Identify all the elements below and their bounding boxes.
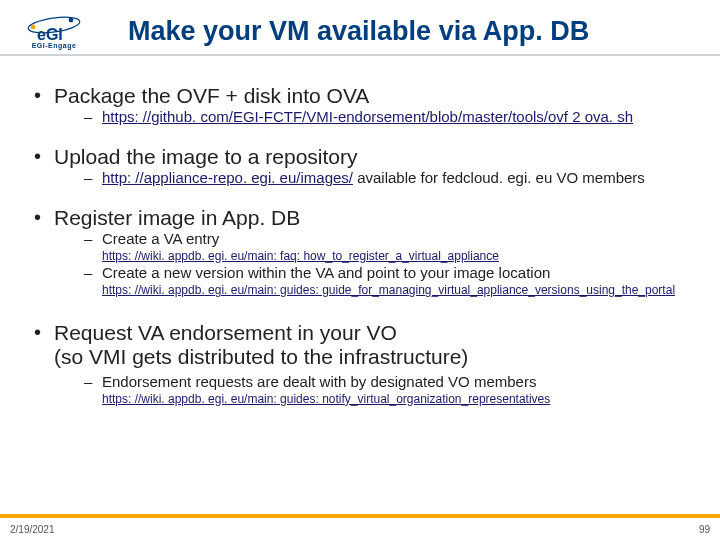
wiki-versions-link[interactable]: https: //wiki. appdb. egi. eu/main: guid… — [102, 283, 675, 297]
slide-header: eGI EGI-Engage Make your VM available vi… — [0, 0, 720, 56]
svg-point-2 — [69, 17, 74, 22]
wiki-register-link[interactable]: https: //wiki. appdb. egi. eu/main: faq:… — [102, 249, 499, 263]
bullet-register: Register image in App. DB Create a VA en… — [28, 206, 692, 299]
sub-text: available for fedcloud. egi. eu VO membe… — [353, 169, 645, 186]
svg-point-1 — [31, 24, 36, 29]
sub-link-line: https: //wiki. appdb. egi. eu/main: faq:… — [54, 249, 692, 265]
bullet-text: Request VA endorsement in your VO (so VM… — [54, 321, 692, 369]
footer-page-number: 99 — [699, 524, 710, 535]
egi-logo: eGI EGI-Engage — [14, 8, 94, 54]
bullet-text: Register image in App. DB — [54, 206, 692, 230]
bullet-text: Upload the image to a repository — [54, 145, 692, 169]
sub-link-line: https: //wiki. appdb. egi. eu/main: guid… — [54, 392, 692, 408]
sub-bullet: Endorsement requests are dealt with by d… — [54, 373, 692, 392]
wiki-notify-link[interactable]: https: //wiki. appdb. egi. eu/main: guid… — [102, 392, 550, 406]
sub-text: Create a VA entry — [102, 230, 219, 247]
slide-content: Package the OVF + disk into OVA https: /… — [0, 56, 720, 407]
sub-bullet: https: //github. com/EGI-FCTF/VMI-endors… — [54, 108, 692, 127]
sub-text: Endorsement requests are dealt with by d… — [102, 373, 536, 390]
slide-title: Make your VM available via App. DB — [104, 8, 720, 53]
sub-link-line: https: //wiki. appdb. egi. eu/main: guid… — [54, 283, 692, 299]
logo-subtitle: EGI-Engage — [32, 42, 77, 49]
repo-link[interactable]: http: //appliance-repo. egi. eu/images/ — [102, 169, 353, 186]
bullet-package: Package the OVF + disk into OVA https: /… — [28, 84, 692, 127]
sub-bullet: Create a VA entry — [54, 230, 692, 249]
footer-date: 2/19/2021 — [10, 524, 55, 535]
sub-bullet: Create a new version within the VA and p… — [54, 264, 692, 283]
bullet-text: Package the OVF + disk into OVA — [54, 84, 692, 108]
sub-bullet: http: //appliance-repo. egi. eu/images/ … — [54, 169, 692, 188]
sub-text: Create a new version within the VA and p… — [102, 264, 550, 281]
bullet-endorse: Request VA endorsement in your VO (so VM… — [28, 321, 692, 408]
bullet-upload: Upload the image to a repository http: /… — [28, 145, 692, 188]
svg-text:eGI: eGI — [37, 26, 63, 43]
slide-footer: 2/19/2021 99 — [0, 518, 720, 540]
github-link[interactable]: https: //github. com/EGI-FCTF/VMI-endors… — [102, 108, 633, 125]
